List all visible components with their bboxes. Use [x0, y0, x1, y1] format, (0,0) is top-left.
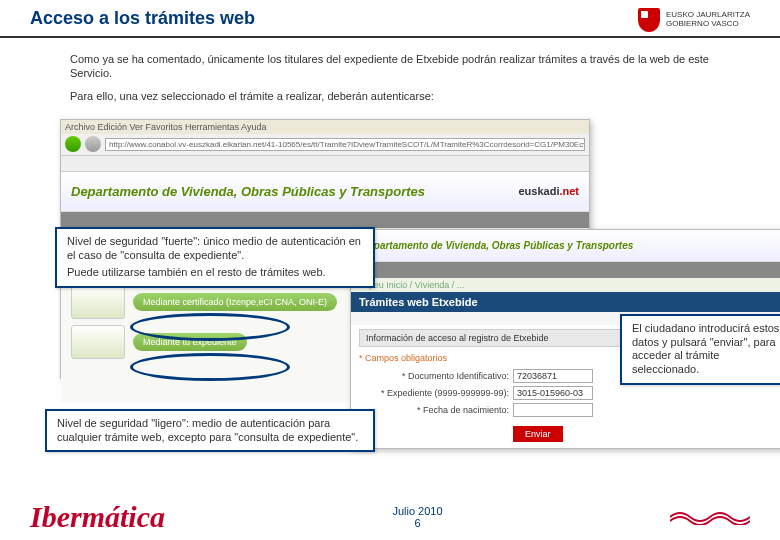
page-title: Acceso a los trámites web — [30, 8, 255, 29]
shield-icon — [638, 8, 660, 32]
id-card-icon — [71, 325, 125, 359]
auth-cert-button[interactable]: Mediante certificado (Izenpe,eCI CNA, ON… — [133, 293, 337, 311]
address-bar: http://www.conabol.vv-euszkadi.elkarlan.… — [105, 138, 585, 151]
dept-title-2: Departamento de Vivienda, Obras Públicas… — [361, 240, 633, 251]
euskadi-logo: euskadi.net — [518, 185, 579, 197]
doc-id-label: * Documento Identificativo: — [359, 371, 509, 381]
callout-strong-auth: Nivel de seguridad "fuerte": único medio… — [55, 227, 375, 288]
highlight-oval-1 — [130, 313, 290, 341]
menubar: Archivo Edición Ver Favoritos Herramient… — [61, 120, 589, 134]
callout-form-info: El ciudadano introducirá estos datos y p… — [620, 314, 780, 385]
gov-line2: GOBIERNO VASCO — [666, 20, 750, 29]
submit-button[interactable]: Enviar — [513, 426, 563, 442]
breadcrumb-2: es | eu Inicio / Vivienda / ... — [351, 278, 780, 292]
toolbar: http://www.conabol.vv-euszkadi.elkarlan.… — [61, 134, 589, 156]
fecha-label: * Fecha de nacimiento: — [359, 405, 509, 415]
expediente-label: * Expediente (9999-999999-99): — [359, 388, 509, 398]
gov-logo: EUSKO JAURLARITZA GOBIERNO VASCO — [638, 8, 750, 32]
dept-title: Departamento de Vivienda, Obras Públicas… — [71, 184, 425, 199]
forward-icon — [85, 136, 101, 152]
callout-strong-line2: Puede utilizarse también en el resto de … — [67, 266, 363, 280]
ibermatica-logo: Ibermática — [30, 500, 165, 534]
fecha-input[interactable] — [513, 403, 593, 417]
intro-p2: Para ello, una vez seleccionado el trámi… — [70, 89, 710, 103]
highlight-oval-2 — [130, 353, 290, 381]
intro-p1: Como ya se ha comentado, únicamente los … — [70, 52, 710, 81]
callout-strong-line1: Nivel de seguridad "fuerte": único medio… — [67, 235, 363, 263]
doc-id-input[interactable]: 72036871 — [513, 369, 593, 383]
expediente-input[interactable]: 3015-015960-03 — [513, 386, 593, 400]
section-title: Trámites web Etxebide — [351, 292, 780, 312]
footer-date: Julio 2010 — [392, 505, 442, 517]
wave-icon — [670, 509, 750, 525]
page-number: 6 — [392, 517, 442, 529]
callout-light-auth: Nivel de seguridad "ligero": medio de au… — [45, 409, 375, 453]
id-card-icon — [71, 285, 125, 319]
back-icon — [65, 136, 81, 152]
